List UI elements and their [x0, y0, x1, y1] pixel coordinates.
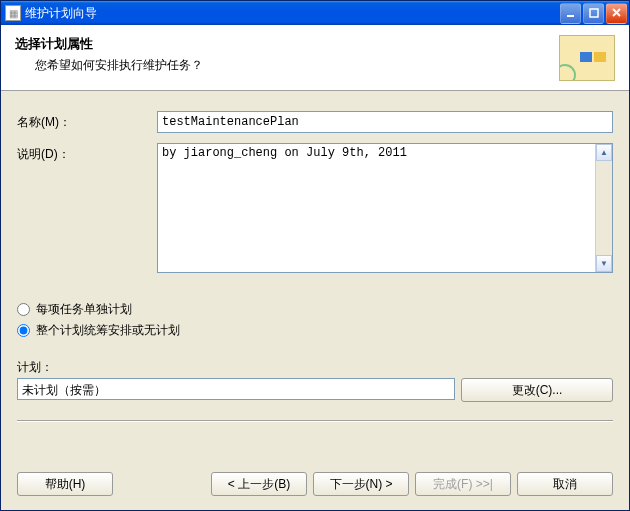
wizard-window: ▦ 维护计划向导 选择计划属性 您希望如何安排执行维护任务？ 名称(M)： 说明…: [0, 0, 630, 511]
textarea-scrollbar[interactable]: ▲ ▼: [595, 144, 612, 272]
cancel-button[interactable]: 取消: [517, 472, 613, 496]
wizard-banner-icon: [559, 35, 615, 81]
footer-separator: [17, 420, 613, 422]
window-title: 维护计划向导: [25, 5, 560, 22]
app-icon: ▦: [5, 5, 21, 21]
close-button[interactable]: [606, 3, 627, 24]
scroll-down-icon[interactable]: ▼: [596, 255, 612, 272]
schedule-label: 计划：: [17, 359, 613, 376]
titlebar: ▦ 维护计划向导: [1, 1, 629, 25]
radio-separate-input[interactable]: [17, 303, 30, 316]
description-text: by jiarong_cheng on July 9th, 2011: [158, 144, 595, 272]
radio-separate-schedules[interactable]: 每项任务单独计划: [17, 301, 613, 318]
maximize-button[interactable]: [583, 3, 604, 24]
help-button[interactable]: 帮助(H): [17, 472, 113, 496]
scroll-up-icon[interactable]: ▲: [596, 144, 612, 161]
wizard-footer: 帮助(H) < 上一步(B) 下一步(N) > 完成(F) >>| 取消: [1, 460, 629, 510]
back-button[interactable]: < 上一步(B): [211, 472, 307, 496]
svg-rect-1: [590, 9, 598, 17]
name-label: 名称(M)：: [17, 111, 157, 131]
wizard-body: 名称(M)： 说明(D)： by jiarong_cheng on July 9…: [1, 91, 629, 460]
change-schedule-button[interactable]: 更改(C)...: [461, 378, 613, 402]
wizard-header: 选择计划属性 您希望如何安排执行维护任务？: [1, 25, 629, 91]
page-title: 选择计划属性: [15, 35, 551, 53]
radio-single-input[interactable]: [17, 324, 30, 337]
radio-single-label: 整个计划统筹安排或无计划: [36, 322, 180, 339]
name-input[interactable]: [157, 111, 613, 133]
schedule-radio-group: 每项任务单独计划 整个计划统筹安排或无计划: [17, 301, 613, 343]
radio-separate-label: 每项任务单独计划: [36, 301, 132, 318]
description-label: 说明(D)：: [17, 143, 157, 163]
page-subtitle: 您希望如何安排执行维护任务？: [15, 57, 551, 74]
next-button[interactable]: 下一步(N) >: [313, 472, 409, 496]
schedule-display: 未计划（按需）: [17, 378, 455, 400]
radio-single-schedule[interactable]: 整个计划统筹安排或无计划: [17, 322, 613, 339]
finish-button: 完成(F) >>|: [415, 472, 511, 496]
minimize-button[interactable]: [560, 3, 581, 24]
description-textarea[interactable]: by jiarong_cheng on July 9th, 2011 ▲ ▼: [157, 143, 613, 273]
